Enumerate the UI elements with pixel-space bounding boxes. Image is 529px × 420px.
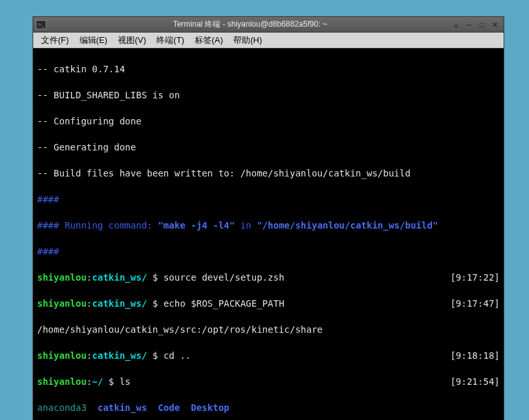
- output-line: -- Configuring done: [37, 115, 500, 128]
- output-line: ####: [37, 245, 500, 258]
- output-line: ####: [37, 193, 500, 206]
- shade-button[interactable]: ▵: [450, 20, 462, 30]
- prompt-line: shiyanlou:catkin_ws/ $ echo $ROS_PACKAGE…: [37, 297, 500, 310]
- ls-item: Desktop: [191, 402, 229, 413]
- terminal-icon: >_: [36, 20, 46, 29]
- text: #### Running command:: [37, 220, 158, 231]
- prompt-path: catkin_ws/: [92, 298, 147, 309]
- output-line: -- Generating done: [37, 141, 500, 154]
- prompt-path: catkin_ws/: [92, 272, 147, 283]
- ls-item: anaconda3: [37, 402, 87, 413]
- prompt-user: shiyanlou: [37, 350, 87, 361]
- command: $ echo $ROS_PACKAGE_PATH: [147, 298, 285, 309]
- prompt-path: ~/: [92, 376, 103, 387]
- text: "/home/shiyanlou/catkin_ws/build": [257, 220, 438, 231]
- titlebar[interactable]: >_ Terminal 终端 - shiyanlou@d8b6882a5f90:…: [33, 17, 504, 33]
- timestamp: [9:21:54]: [450, 375, 500, 388]
- text: in: [235, 220, 257, 231]
- text: "make -j4 -l4": [158, 220, 235, 231]
- output-line: /home/shiyanlou/catkin_ws/src:/opt/ros/k…: [37, 323, 500, 336]
- prompt-user: shiyanlou: [37, 376, 87, 387]
- ls-item: Code: [158, 402, 180, 413]
- maximize-button[interactable]: □: [476, 20, 488, 30]
- close-button[interactable]: ✕: [489, 20, 501, 30]
- prompt-line: shiyanlou:~/ $ ls[9:21:54]: [37, 375, 500, 388]
- menu-help[interactable]: 帮助(H): [229, 33, 266, 48]
- timestamp: [9:18:18]: [450, 349, 500, 362]
- menubar: 文件(F) 编辑(E) 视图(V) 终端(T) 标签(A) 帮助(H): [33, 33, 504, 48]
- timestamp: [9:17:22]: [450, 271, 500, 284]
- command: $ source devel/setup.zsh: [147, 272, 285, 283]
- menu-tabs[interactable]: 标签(A): [191, 33, 227, 48]
- ls-item: catkin_ws: [98, 402, 147, 413]
- window-controls: ▵ – □ ✕: [450, 20, 501, 30]
- prompt-line: shiyanlou:catkin_ws/ $ cd ..[9:18:18]: [37, 349, 500, 362]
- menu-view[interactable]: 视图(V): [114, 33, 150, 48]
- window-title: Terminal 终端 - shiyanlou@d8b6882a5f90: ~: [50, 19, 450, 30]
- prompt-line: shiyanlou:catkin_ws/ $ source devel/setu…: [37, 271, 500, 284]
- output-line: #### Running command: "make -j4 -l4" in …: [37, 219, 500, 232]
- terminal-area[interactable]: -- catkin 0.7.14 -- BUILD_SHARED_LIBS is…: [33, 48, 504, 420]
- command: $ ls: [103, 376, 130, 387]
- output-line: -- Build files have been written to: /ho…: [37, 167, 500, 180]
- prompt-user: shiyanlou: [37, 272, 87, 283]
- menu-file[interactable]: 文件(F): [37, 33, 73, 48]
- prompt-path: catkin_ws/: [92, 350, 147, 361]
- menu-terminal[interactable]: 终端(T): [152, 33, 188, 48]
- terminal-window: >_ Terminal 终端 - shiyanlou@d8b6882a5f90:…: [33, 16, 504, 420]
- output-line: -- BUILD_SHARED_LIBS is on: [37, 89, 500, 102]
- timestamp: [9:17:47]: [450, 297, 500, 310]
- output-line: -- catkin 0.7.14: [37, 63, 500, 76]
- menu-edit[interactable]: 编辑(E): [76, 33, 111, 48]
- output-line: anaconda3 catkin_ws Code Desktop: [37, 401, 500, 414]
- prompt-user: shiyanlou: [37, 298, 87, 309]
- minimize-button[interactable]: –: [463, 20, 475, 30]
- command: $ cd ..: [147, 350, 191, 361]
